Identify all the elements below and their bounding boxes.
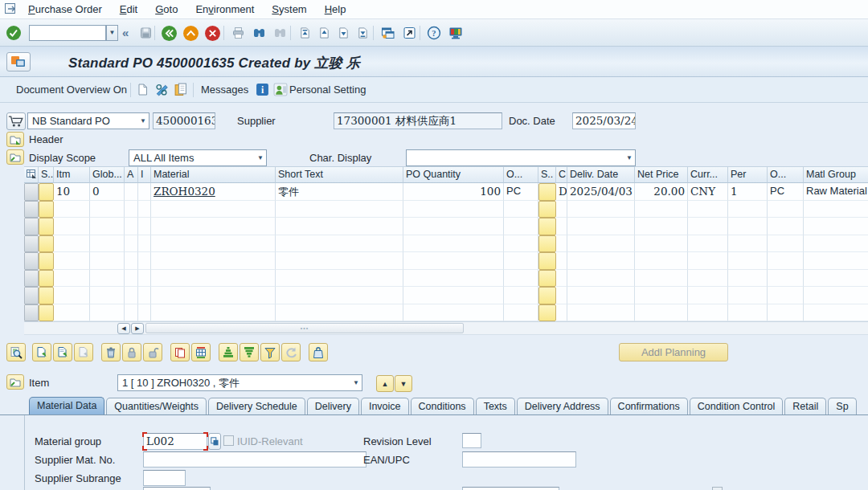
item-status-cell[interactable] — [39, 183, 54, 201]
row-select-cell[interactable] — [24, 287, 39, 304]
tab-partial[interactable]: Sp — [828, 398, 856, 415]
column-header[interactable]: Short Text — [276, 166, 403, 183]
net-price-cell[interactable]: 20.00 — [635, 183, 688, 201]
item-status-cell[interactable] — [39, 201, 54, 218]
display-scope-select[interactable]: ALL All Items▼ — [129, 149, 267, 166]
partial-field-1[interactable] — [143, 487, 211, 490]
previous-item-button[interactable]: ▲ — [376, 375, 394, 392]
print-button[interactable] — [227, 24, 248, 42]
help-button[interactable]: ? — [424, 24, 444, 42]
first-page-button[interactable] — [294, 24, 315, 42]
po-quantity-cell[interactable]: 100 — [403, 183, 504, 201]
enter-button[interactable] — [3, 24, 24, 42]
tab-delivery-address[interactable]: Delivery Address — [517, 398, 608, 415]
find-button[interactable] — [248, 24, 269, 42]
revision-level-field[interactable] — [462, 433, 481, 448]
display-change-icon[interactable] — [154, 83, 170, 99]
screen-menu-icon[interactable] — [4, 2, 18, 18]
header-section-label[interactable]: Header — [29, 133, 63, 145]
item-status-cell-2[interactable] — [538, 252, 556, 270]
column-header[interactable]: S.. — [39, 166, 54, 183]
item-status-cell[interactable] — [39, 252, 54, 270]
duplicate-item-button[interactable] — [53, 343, 72, 361]
menu-goto[interactable]: Goto — [146, 0, 186, 18]
dropdown-arrow-icon[interactable]: ▼ — [140, 113, 146, 129]
menu-system[interactable]: System — [263, 0, 315, 18]
short-text-cell[interactable]: 零件 — [276, 183, 403, 201]
column-header[interactable]: Glob... — [90, 166, 125, 183]
copy-item-button[interactable] — [32, 343, 51, 361]
row-select-cell[interactable] — [24, 183, 39, 201]
document-overview-button[interactable]: Document Overview On — [16, 84, 127, 96]
column-header[interactable]: O... — [504, 166, 538, 183]
order-unit-cell[interactable]: PC — [504, 183, 538, 201]
material-group-field[interactable]: L002 — [143, 433, 207, 450]
sort-ascending-button[interactable] — [219, 343, 238, 361]
item-status-cell-2[interactable] — [538, 287, 556, 304]
personal-setting-button[interactable]: Personal Setting — [289, 84, 366, 96]
item-status-cell-2[interactable] — [538, 201, 556, 218]
item-status-cell-2[interactable] — [538, 235, 556, 253]
next-page-button[interactable] — [333, 24, 354, 42]
expand-header-icon[interactable] — [6, 132, 24, 147]
info-icon[interactable]: i — [256, 83, 269, 99]
cancel-button[interactable] — [202, 24, 223, 42]
table-settings-button[interactable] — [191, 343, 211, 361]
column-header[interactable]: Matl Group — [804, 166, 868, 183]
tab-invoice[interactable]: Invoice — [361, 398, 409, 415]
item-status-cell-2[interactable] — [538, 218, 556, 235]
save-button[interactable] — [135, 24, 156, 42]
po-number-field[interactable]: 4500001635 — [153, 112, 215, 129]
supplier-field[interactable]: 17300001 材料供应商1 — [334, 112, 502, 129]
messages-button[interactable]: Messages — [201, 84, 248, 96]
order-price-unit-cell[interactable]: PC — [768, 183, 804, 201]
tab-delivery-schedule[interactable]: Delivery Schedule — [208, 398, 305, 415]
partial-field-2[interactable] — [462, 487, 559, 490]
category-cell[interactable]: D — [556, 183, 567, 201]
column-header[interactable]: S.. — [538, 166, 556, 183]
matl-group-cell[interactable]: Raw Material — [804, 183, 868, 201]
item-select[interactable]: 1 [ 10 ] ZROH0320 , 零件▼ — [117, 374, 362, 391]
tab-condition-control[interactable]: Condition Control — [690, 398, 784, 415]
dropdown-arrow-icon[interactable]: ▼ — [626, 150, 633, 166]
collapse-icon[interactable]: « — [122, 26, 129, 39]
repeat-item-button[interactable] — [170, 343, 190, 361]
char-display-select[interactable]: ▼ — [406, 149, 636, 166]
deliv-date-cell[interactable]: 2025/04/03 — [567, 183, 635, 201]
collapse-item-overview-icon[interactable] — [6, 149, 24, 165]
column-header[interactable]: Per — [728, 166, 768, 183]
addl-planning-button[interactable]: Addl Planning — [619, 343, 728, 361]
item-status-cell-2[interactable] — [538, 270, 556, 288]
column-header[interactable]: A — [125, 166, 138, 183]
tab-material-data[interactable]: Material Data — [29, 397, 104, 415]
dropdown-arrow-icon[interactable]: ▼ — [257, 150, 264, 166]
tab-delivery[interactable]: Delivery — [307, 398, 359, 415]
per-cell[interactable]: 1 — [728, 183, 768, 201]
command-dropdown-icon[interactable]: ▼ — [106, 25, 118, 41]
tab-conditions[interactable]: Conditions — [411, 398, 474, 415]
column-header[interactable]: Net Price — [635, 166, 688, 183]
row-select-cell[interactable] — [24, 235, 39, 253]
row-select-cell[interactable] — [24, 218, 39, 235]
ean-upc-field[interactable] — [462, 451, 576, 468]
customize-layout-button[interactable] — [445, 24, 466, 42]
supplier-subrange-field[interactable] — [143, 470, 186, 486]
back-button[interactable] — [158, 24, 179, 42]
find-next-button[interactable] — [269, 24, 290, 42]
delete-item-button[interactable] — [101, 343, 121, 361]
lock-item-button[interactable] — [122, 343, 141, 361]
column-header[interactable]: O... — [768, 166, 804, 183]
column-header[interactable]: Curr... — [688, 166, 728, 183]
glob-cell[interactable]: 0 — [90, 183, 125, 201]
column-header[interactable]: Deliv. Date — [567, 166, 635, 183]
personal-setting-icon[interactable] — [273, 83, 288, 99]
supplier-mat-no-field[interactable] — [143, 451, 366, 468]
order-type-select[interactable]: NB Standard PO▼ — [27, 112, 149, 129]
i-cell[interactable] — [138, 183, 151, 201]
item-status-cell[interactable] — [39, 304, 54, 322]
item-status-cell[interactable] — [39, 270, 54, 288]
create-shortcut-button[interactable] — [399, 24, 420, 42]
item-status-cell-2[interactable] — [538, 304, 556, 322]
column-header[interactable]: Material — [151, 166, 276, 183]
column-header[interactable]: C — [556, 166, 567, 183]
